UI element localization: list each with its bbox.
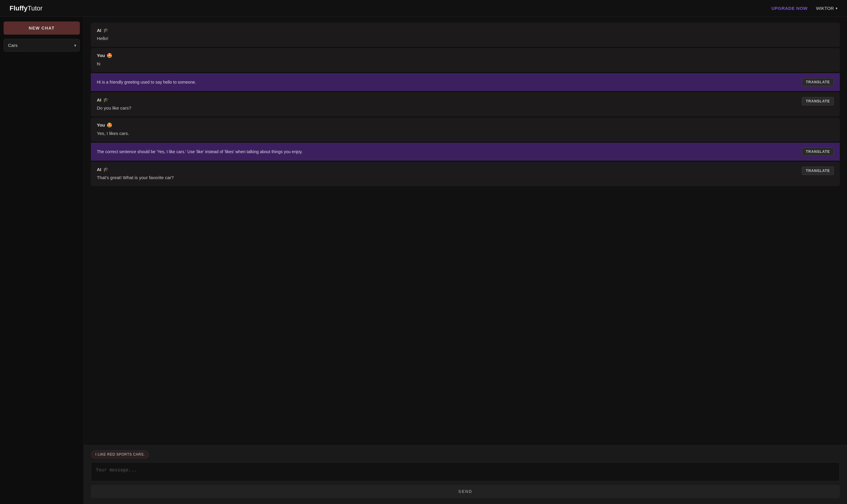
upgrade-now-button[interactable]: UPGRADE NOW bbox=[772, 6, 808, 11]
translate-button-1[interactable]: TRANSLATE bbox=[802, 78, 834, 86]
topic-select[interactable]: Cars Science History Math bbox=[4, 39, 80, 52]
ai-message-content-3: AI 🎓 That's great! What is your favorite… bbox=[97, 167, 797, 181]
header: FluffyTutor UPGRADE NOW WIKTOR ▾ bbox=[0, 0, 847, 17]
user-menu-button[interactable]: WIKTOR ▾ bbox=[816, 6, 837, 11]
chevron-down-icon: ▾ bbox=[836, 6, 837, 11]
message-block-you-2: You 🤩 Yes, I likes cars. bbox=[91, 118, 840, 142]
sender-label-you-2: You bbox=[97, 122, 105, 127]
logo-tutor: Tutor bbox=[28, 4, 43, 12]
message-text-you-2: Yes, I likes cars. bbox=[97, 130, 834, 137]
chat-messages: AI 🎓 Hello! You 🤩 hi Hi is a friendly gr… bbox=[84, 17, 847, 445]
message-block-ai-2: AI 🎓 Do you like cars? TRANSLATE bbox=[91, 92, 840, 116]
translate-button-2[interactable]: TRANSLATE bbox=[802, 97, 834, 105]
sender-label-you-1: You bbox=[97, 53, 105, 58]
correction-block-1: Hi is a friendly greeting used to say he… bbox=[91, 73, 840, 91]
sender-emoji-you-2: 🤩 bbox=[107, 122, 113, 128]
message-block-ai-1: AI 🎓 Hello! bbox=[91, 23, 840, 47]
correction-text-1: Hi is a friendly greeting used to say he… bbox=[97, 79, 797, 85]
message-text-you-1: hi bbox=[97, 60, 834, 68]
translate-button-3[interactable]: TRANSLATE bbox=[802, 147, 834, 156]
sender-emoji-ai-2: 🎓 bbox=[103, 97, 109, 103]
message-text-ai-2: Do you like cars? bbox=[97, 105, 797, 112]
input-area: I LIKE RED SPORTS CARS. SEND bbox=[84, 445, 847, 504]
message-block-you-1: You 🤩 hi bbox=[91, 48, 840, 72]
message-input[interactable] bbox=[91, 462, 840, 481]
sidebar: NEW CHAT Cars Science History Math ▾ bbox=[0, 17, 84, 504]
message-block-ai-3: AI 🎓 That's great! What is your favorite… bbox=[91, 162, 840, 186]
sender-label-ai-1: AI bbox=[97, 28, 101, 33]
main-chat: AI 🎓 Hello! You 🤩 hi Hi is a friendly gr… bbox=[84, 17, 847, 504]
topic-select-wrapper: Cars Science History Math ▾ bbox=[4, 39, 80, 52]
message-header-ai-3: AI 🎓 bbox=[97, 167, 797, 172]
message-text-ai-1: Hello! bbox=[97, 35, 834, 42]
message-header-you-2: You 🤩 bbox=[97, 122, 834, 128]
sender-label-ai-3: AI bbox=[97, 167, 101, 172]
suggestion-chip[interactable]: I LIKE RED SPORTS CARS. bbox=[91, 450, 149, 458]
logo: FluffyTutor bbox=[10, 4, 42, 12]
layout: NEW CHAT Cars Science History Math ▾ AI … bbox=[0, 0, 847, 504]
translate-button-4[interactable]: TRANSLATE bbox=[802, 167, 834, 175]
message-text-ai-3: That's great! What is your favorite car? bbox=[97, 174, 797, 181]
message-header-ai-1: AI 🎓 bbox=[97, 28, 834, 33]
ai-message-content-2: AI 🎓 Do you like cars? bbox=[97, 97, 797, 112]
sender-emoji-ai-3: 🎓 bbox=[103, 167, 109, 172]
sender-label-ai-2: AI bbox=[97, 97, 101, 103]
user-name-label: WIKTOR bbox=[816, 6, 834, 11]
message-header-you-1: You 🤩 bbox=[97, 53, 834, 58]
message-header-ai-2: AI 🎓 bbox=[97, 97, 797, 103]
send-button[interactable]: SEND bbox=[91, 485, 840, 498]
sender-emoji-you-1: 🤩 bbox=[107, 53, 113, 58]
sender-emoji-ai-1: 🎓 bbox=[103, 28, 109, 33]
correction-text-2: The correct sentence should be 'Yes, I l… bbox=[97, 149, 797, 155]
new-chat-button[interactable]: NEW CHAT bbox=[4, 21, 80, 35]
logo-fluffy: Fluffy bbox=[10, 4, 28, 12]
header-right: UPGRADE NOW WIKTOR ▾ bbox=[772, 6, 837, 11]
correction-block-2: The correct sentence should be 'Yes, I l… bbox=[91, 143, 840, 161]
